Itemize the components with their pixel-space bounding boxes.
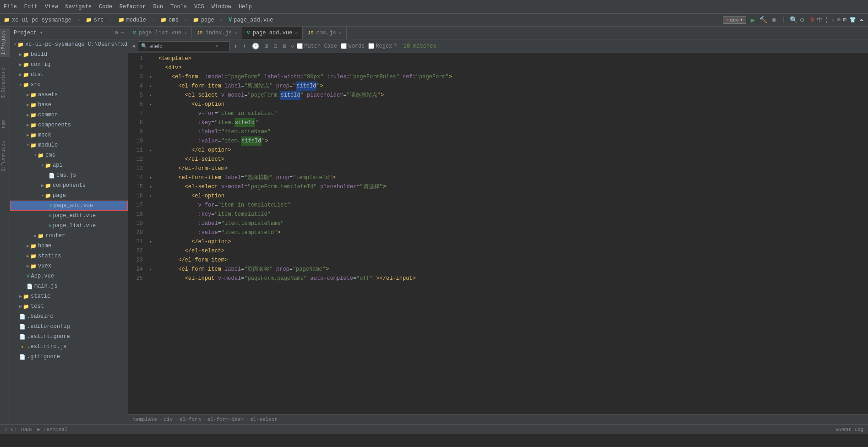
menu-refactor[interactable]: Refactor	[120, 4, 146, 10]
search-run-button[interactable]: 🔍	[790, 16, 797, 24]
bc-el-form[interactable]: el-form	[180, 417, 201, 422]
search-history[interactable]: 🕐	[251, 42, 261, 50]
tree-item-base[interactable]: ▶ 📁 base	[10, 100, 128, 110]
regex-check[interactable]: Regex ?	[368, 43, 397, 49]
fold-5[interactable]: ▾	[147, 91, 155, 100]
module-folder[interactable]: 📁 module	[118, 17, 146, 23]
event-log[interactable]: Event Log	[836, 427, 863, 432]
tree-item-api[interactable]: ▾ 📁 api	[10, 160, 128, 170]
menu-tools[interactable]: Tools	[170, 4, 187, 10]
search-nav-down[interactable]: ⬇	[241, 42, 248, 50]
tree-item-page-list-vue[interactable]: V page_list.vue	[10, 221, 128, 231]
tree-item-page[interactable]: ▾ 📁 page	[10, 191, 128, 201]
tree-item-components-src[interactable]: ▶ 📁 components	[10, 120, 128, 130]
tree-item-cms-js[interactable]: 📄 cms.js	[10, 170, 128, 180]
tree-item-editorconfig[interactable]: 📄 .editorconfig	[10, 322, 128, 332]
search-split[interactable]: ⊟	[273, 42, 279, 50]
tree-item-components-cms[interactable]: ▶ 📁 components	[10, 180, 128, 191]
menu-view[interactable]: View	[45, 4, 58, 10]
tree-item-vuex[interactable]: ▶ 📁 vuex	[10, 261, 128, 271]
settings-run-button[interactable]: ⚙	[800, 16, 804, 24]
bc-el-form-item[interactable]: el-form-item	[207, 417, 244, 422]
tree-item-dist[interactable]: ▶ 📁 dist	[10, 70, 128, 80]
menu-window[interactable]: Window	[212, 4, 231, 10]
search-more[interactable]: ⊠	[282, 42, 288, 50]
search-clear-icon[interactable]: ✕	[215, 43, 218, 49]
active-file[interactable]: V page_add.vue	[229, 17, 273, 23]
more-run-button[interactable]: ⋮	[781, 16, 787, 24]
tab-cms-js[interactable]: JS cms.js ✕	[303, 27, 346, 39]
words-check[interactable]: Words	[341, 43, 365, 49]
match-case-checkbox[interactable]	[297, 43, 303, 49]
menu-run[interactable]: Run	[153, 4, 163, 10]
tree-close-icon[interactable]: —	[121, 29, 124, 36]
tree-item-assets[interactable]: ▶ 📁 assets	[10, 90, 128, 100]
fold-21[interactable]: ▾	[147, 237, 155, 246]
project-tab[interactable]: 1:Project	[0, 28, 10, 57]
tree-item-statics[interactable]: ▶ 📁 statics	[10, 251, 128, 261]
run-button[interactable]: ▶	[749, 15, 757, 26]
fold-14[interactable]: ▾	[147, 173, 155, 182]
build-button[interactable]: 🔨	[759, 16, 767, 24]
status-terminal[interactable]: ▶ Terminal	[37, 426, 67, 432]
fold-6[interactable]: ▾	[147, 100, 155, 109]
tab-cms-js-close[interactable]: ✕	[339, 30, 342, 36]
tree-item-home[interactable]: ▶ 📁 home	[10, 241, 128, 251]
bc-div[interactable]: div	[164, 417, 173, 422]
tree-item-main-js[interactable]: 📄 main.js	[10, 281, 128, 291]
menu-file[interactable]: File	[4, 4, 17, 10]
menu-navigate[interactable]: Navigate	[65, 4, 92, 10]
menu-vcs[interactable]: VCS	[194, 4, 204, 10]
regex-help-icon[interactable]: ?	[393, 43, 397, 49]
tree-item-src[interactable]: ▾ 📁 src	[10, 80, 128, 90]
bc-el-select[interactable]: el-select	[251, 417, 278, 422]
npm-tab[interactable]: npm	[0, 118, 10, 130]
words-checkbox[interactable]	[341, 43, 347, 49]
favorites-tab[interactable]: 2:Favorites	[0, 139, 10, 173]
cms-folder[interactable]: 📁 cms	[160, 17, 179, 23]
status-todo[interactable]: ✓ 6: TODO	[5, 426, 32, 432]
tree-root[interactable]: ▾ 📁 xc-ui-pc-sysmanage C:\Users\fxd\	[10, 39, 128, 49]
dev-badge[interactable]: ✕ dev ▾	[723, 16, 746, 24]
tree-item-eslintrc-js[interactable]: 🔸 .eslintrc.js	[10, 342, 128, 352]
tab-page-add-close[interactable]: ✕	[295, 30, 298, 36]
search-expand[interactable]: ⊞	[263, 42, 270, 50]
tree-item-eslintignore[interactable]: 📄 .eslintignore	[10, 332, 128, 342]
project-name[interactable]: 📁 xc-ui-pc-sysmanage	[4, 17, 71, 23]
tree-item-test[interactable]: ▶ 📁 test	[10, 301, 128, 311]
tab-index-js[interactable]: JS index.js ✕	[192, 27, 242, 39]
fold-11[interactable]: ▾	[147, 146, 155, 155]
tab-index-js-close[interactable]: ✕	[235, 30, 237, 36]
tree-item-config[interactable]: ▶ 📁 config	[10, 60, 128, 70]
tree-item-common[interactable]: ▶ 📁 common	[10, 110, 128, 120]
bc-template[interactable]: template	[133, 417, 157, 422]
search-filter-icon[interactable]: ▽	[290, 43, 294, 50]
match-case-check[interactable]: Match Case	[297, 43, 337, 49]
menu-edit[interactable]: Edit	[24, 4, 38, 10]
tree-item-cms[interactable]: ▾ 📁 cms	[10, 150, 128, 160]
regex-checkbox[interactable]	[368, 43, 374, 49]
search-input[interactable]	[149, 43, 213, 49]
tree-settings-icon[interactable]: ⚙	[115, 29, 118, 36]
fold-4[interactable]: ▾	[147, 82, 155, 91]
fold-15[interactable]: ▾	[147, 182, 155, 191]
fold-16[interactable]: ▾	[147, 191, 155, 201]
tree-item-page-add-vue[interactable]: V page_add.vue	[10, 201, 128, 211]
tree-item-static[interactable]: ▶ 📁 static	[10, 291, 128, 301]
tab-page-add[interactable]: V page_add.vue ✕	[242, 27, 303, 39]
search-prev-icon[interactable]: ◀	[132, 43, 135, 49]
fold-24[interactable]: ▾	[147, 265, 155, 274]
structure-tab[interactable]: Z:Structure	[0, 66, 10, 100]
tree-item-gitignore[interactable]: 📄 .gitignore	[10, 352, 128, 362]
tree-item-page-edit-vue[interactable]: V page_edit.vue	[10, 211, 128, 221]
tree-item-router[interactable]: ▶ 📁 router	[10, 231, 128, 241]
project-dropdown[interactable]: ▾	[39, 29, 43, 36]
tab-page-list[interactable]: V page_list.vue ✕	[128, 27, 192, 39]
code-content[interactable]: <template> <div> <el-form :model = "page…	[155, 53, 868, 414]
tree-item-mock[interactable]: ▶ 📁 mock	[10, 130, 128, 140]
page-folder[interactable]: 📁 page	[193, 17, 214, 23]
src-folder[interactable]: 📁 src	[86, 17, 104, 23]
tree-item-app-vue[interactable]: V App.vue	[10, 271, 128, 281]
menu-code[interactable]: Code	[99, 4, 112, 10]
search-nav-up[interactable]: ⬆	[232, 42, 239, 50]
